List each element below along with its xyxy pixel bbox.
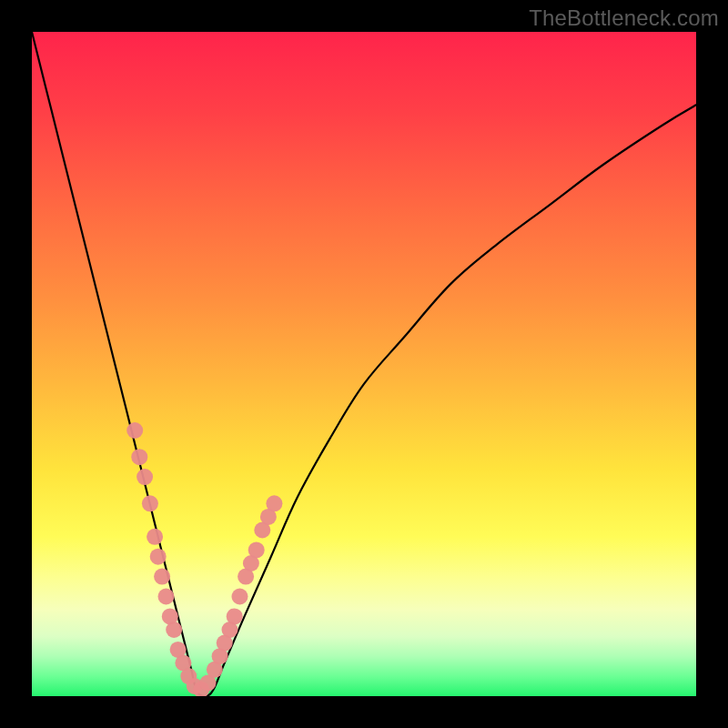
curve-svg <box>32 32 696 696</box>
curve-marker <box>158 589 175 605</box>
chart-frame: TheBottleneck.com <box>0 0 728 728</box>
plot-area <box>32 32 696 696</box>
curve-markers <box>126 422 282 696</box>
watermark-text: TheBottleneck.com <box>529 5 719 31</box>
curve-marker <box>266 495 282 511</box>
curve-marker <box>136 469 153 485</box>
curve-marker <box>126 422 143 439</box>
curve-marker <box>131 449 147 465</box>
curve-marker <box>147 529 163 545</box>
curve-marker <box>142 495 158 511</box>
curve-marker <box>154 569 170 585</box>
bottleneck-curve-path <box>32 32 696 696</box>
curve-marker <box>232 589 248 605</box>
curve-marker <box>227 608 243 624</box>
curve-marker <box>248 541 265 558</box>
curve-marker <box>150 549 167 565</box>
curve-marker <box>166 622 182 638</box>
